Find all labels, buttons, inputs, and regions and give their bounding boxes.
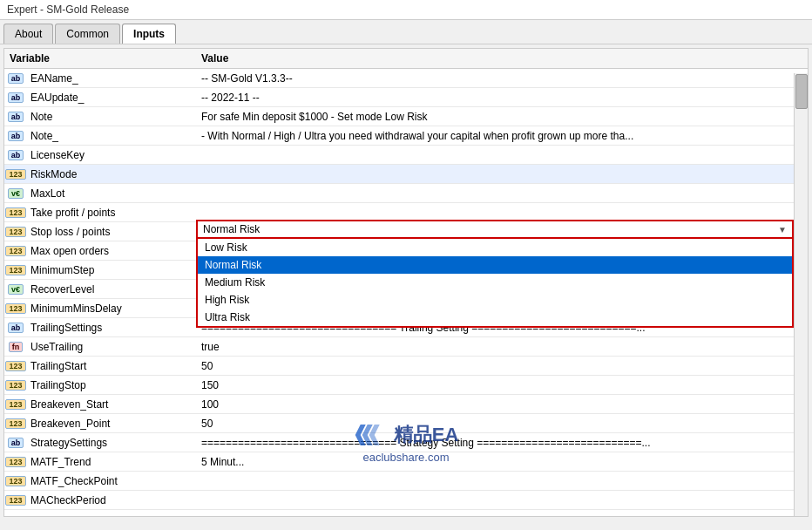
row-type-icon: 123 (4, 227, 27, 237)
table-row: ab Note_ - With Normal / High / Ultra yo… (4, 126, 808, 146)
table-row: ab StrategySettings ====================… (4, 433, 808, 452)
dropdown-list: Low RiskNormal RiskMedium RiskHigh RiskU… (196, 239, 794, 328)
row-value: 5 Minut... (196, 455, 808, 469)
tab-about[interactable]: About (3, 24, 53, 44)
row-type-icon: ab (4, 73, 27, 84)
row-type-icon: 123 (4, 457, 27, 467)
table-row: 123 MATF_Trend 5 Minut... (4, 452, 808, 472)
row-type-icon: ab (4, 150, 27, 160)
row-variable-name: Take profit / points (27, 206, 196, 220)
row-type-icon: ab (4, 131, 27, 141)
title-bar: Expert - SM-Gold Release (0, 0, 812, 20)
row-variable-name: MaxLot (27, 187, 196, 200)
row-type-icon: 123 (4, 207, 27, 218)
row-type-icon: ab (4, 438, 27, 448)
row-variable-name: Note_ (27, 129, 196, 143)
row-value: 50 (196, 359, 808, 373)
table-row: ab LicenseKey (4, 146, 808, 165)
row-type-icon: 123 (4, 246, 27, 256)
row-type-icon: 123 (4, 476, 27, 486)
row-variable-name: MATF_Trend (27, 455, 196, 469)
scrollbar-track[interactable] (794, 73, 808, 516)
row-variable-name: Max open orders (27, 244, 196, 258)
row-variable-name: RecoverLevel (27, 282, 196, 296)
table-row: 123 TrailingStart 50 (4, 357, 808, 376)
table-row: 123 S_MinPoint (4, 510, 808, 512)
row-value: ================================ Strateg… (196, 436, 808, 450)
row-type-icon: ab (4, 323, 27, 333)
row-type-icon: fn (4, 342, 27, 352)
row-variable-name: MinimumStep (27, 263, 196, 277)
row-variable-name: LicenseKey (27, 148, 196, 162)
row-type-icon: 123 (4, 169, 27, 180)
header-variable: Variable (10, 52, 201, 65)
row-type-icon: ab (4, 92, 27, 103)
table-row: fn UseTrailing true (4, 337, 808, 357)
row-value (196, 173, 808, 175)
table-row: 123 Breakeven_Point 50 (4, 414, 808, 433)
row-type-icon: 123 (4, 380, 27, 391)
row-variable-name: TrailingSettings (27, 321, 196, 335)
header-value: Value (201, 52, 802, 65)
table-row[interactable]: 123 RiskMode (4, 165, 808, 184)
row-value: For safe Min deposit $1000 - Set mode Lo… (196, 110, 808, 124)
scrollbar-thumb[interactable] (795, 74, 808, 109)
dropdown-option[interactable]: Low Risk (198, 239, 792, 256)
tab-inputs[interactable]: Inputs (122, 24, 176, 44)
row-variable-name: StrategySettings (27, 436, 196, 450)
row-value: 50 (196, 417, 808, 431)
row-variable-name: EAName_ (27, 71, 196, 85)
tab-common[interactable]: Common (55, 24, 120, 44)
row-variable-name: RiskMode (27, 167, 196, 181)
row-variable-name: MATF_CheckPoint (27, 474, 196, 488)
row-variable-name: Breakeven_Point (27, 417, 196, 431)
dropdown-option[interactable]: High Risk (198, 291, 792, 309)
table-header: Variable Value (4, 49, 808, 69)
table-row: ab Note For safe Min deposit $1000 - Set… (4, 107, 808, 126)
row-value (196, 193, 808, 194)
dropdown-option[interactable]: Ultra Risk (198, 309, 792, 326)
row-variable-name: MinimumMinsDelay (27, 302, 196, 316)
row-value (196, 154, 808, 156)
row-variable-name: UseTrailing (27, 340, 196, 354)
dropdown-selected[interactable]: Normal Risk ▼ (196, 220, 794, 239)
row-variable-name: Note (27, 110, 196, 124)
row-type-icon: v€ (4, 188, 27, 199)
row-type-icon: 123 (4, 495, 27, 506)
window-title: Expert - SM-Gold Release (7, 3, 129, 16)
dropdown-option[interactable]: Normal Risk (198, 256, 792, 274)
row-type-icon: 123 (4, 399, 27, 410)
table-row: v€ MaxLot (4, 184, 808, 203)
table-row: ab EAUpdate_ -- 2022-11 -- (4, 88, 808, 107)
main-content: Variable Value ab EAName_ -- SM-Gold V1.… (3, 48, 809, 517)
row-type-icon: 123 (4, 361, 27, 371)
table-row: 123 MATF_CheckPoint (4, 472, 808, 491)
row-value: -- 2022-11 -- (196, 91, 808, 105)
table-row: 123 Breakeven_Start 100 (4, 395, 808, 414)
row-variable-name: TrailingStop (27, 378, 196, 392)
row-variable-name: TrailingStart (27, 359, 196, 373)
table-row: 123 TrailingStop 150 (4, 376, 808, 395)
tab-bar: About Common Inputs (0, 20, 812, 44)
row-variable-name: MACheckPeriod (27, 493, 196, 507)
row-value (196, 212, 808, 214)
row-value (196, 480, 808, 482)
dropdown-selected-text: Normal Risk (203, 223, 778, 235)
row-variable-name: EAUpdate_ (27, 91, 196, 105)
row-variable-name: Stop loss / points (27, 225, 196, 239)
row-type-icon: ab (4, 112, 27, 122)
table-row: 123 MACheckPeriod (4, 491, 808, 510)
row-value (196, 499, 808, 501)
chevron-down-icon: ▼ (778, 225, 787, 234)
row-value: 150 (196, 378, 808, 392)
dropdown-option[interactable]: Medium Risk (198, 274, 792, 291)
row-value: - With Normal / High / Ultra you need wi… (196, 129, 808, 143)
row-value: true (196, 340, 808, 354)
riskmode-dropdown[interactable]: Normal Risk ▼ Low RiskNormal RiskMedium … (196, 220, 794, 328)
row-type-icon: 123 (4, 265, 27, 275)
row-value: 100 (196, 398, 808, 411)
row-value: -- SM-Gold V1.3.3-- (196, 71, 808, 85)
table-row: ab EAName_ -- SM-Gold V1.3.3-- (4, 69, 808, 88)
row-type-icon: v€ (4, 284, 27, 295)
row-type-icon: 123 (4, 303, 27, 314)
